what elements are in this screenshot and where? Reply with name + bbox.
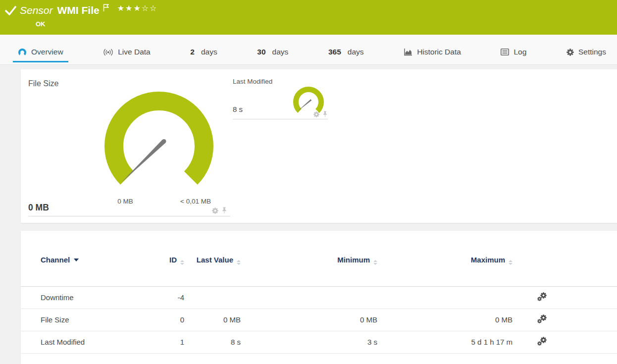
tab-historic-data[interactable]: Historic Data	[399, 43, 466, 62]
tab-2-days[interactable]: 2 days	[185, 43, 222, 62]
sort-icon	[373, 260, 377, 265]
column-header-maximum[interactable]: Maximum	[377, 256, 513, 286]
gauge-pin-icon[interactable]	[221, 207, 227, 214]
tab-overview[interactable]: Overview	[13, 43, 68, 62]
channel-name-cell[interactable]: Downtime	[21, 286, 140, 309]
channel-settings-gears-icon[interactable]	[537, 295, 547, 303]
sensor-title: WMI File	[57, 3, 100, 18]
gauge-icon	[18, 48, 27, 56]
maximum-cell: 0 MB	[377, 309, 513, 331]
sort-icon	[509, 260, 513, 265]
channel-settings-gears-icon[interactable]	[537, 339, 547, 348]
status-ok-check-icon	[5, 5, 17, 18]
minimum-cell: 0 MB	[241, 309, 377, 331]
channels-card: Channel ID Last Value Minimum Maximum Do…	[21, 231, 617, 364]
gauge-pin-icon[interactable]	[322, 111, 328, 117]
gauge-settings-gear-icon[interactable]	[212, 208, 218, 214]
table-row: Last Modified 1 8 s 3 s 5 d 1 h 17 m	[21, 331, 617, 353]
maximum-cell	[377, 286, 513, 309]
channel-id-cell: 0	[140, 309, 184, 331]
channel-settings-gears-icon[interactable]	[537, 317, 547, 325]
gauges-card: File Size 0 MB < 0,01 MB 0 MB Last Modif…	[21, 69, 617, 223]
column-header-minimum[interactable]: Minimum	[241, 256, 377, 286]
sensor-header: Sensor WMI File ★★★☆☆ OK	[0, 0, 617, 35]
maximum-cell: 5 d 1 h 17 m	[377, 331, 513, 353]
minimum-cell: 3 s	[241, 331, 377, 353]
tab-log[interactable]: Log	[496, 43, 531, 62]
gauge-max-label: < 0,01 MB	[169, 198, 222, 205]
file-size-gauge-panel: File Size 0 MB < 0,01 MB 0 MB	[28, 75, 230, 216]
minimum-cell	[241, 286, 377, 309]
last-value-cell: 0 MB	[184, 309, 241, 331]
table-header-row: Channel ID Last Value Minimum Maximum	[21, 256, 617, 286]
channel-id-cell: 1	[140, 331, 184, 353]
last-modified-gauge-panel: Last Modified 8 s	[233, 76, 328, 119]
column-header-id[interactable]: ID	[140, 256, 184, 286]
priority-stars[interactable]: ★★★☆☆	[117, 3, 158, 14]
table-row: File Size 0 0 MB 0 MB 0 MB	[21, 309, 617, 331]
file-size-gauge-title: File Size	[28, 79, 58, 88]
tab-bar: Overview Live Data 2 days 30 days 365 da…	[0, 35, 617, 65]
broadcast-icon	[103, 49, 113, 56]
tab-settings[interactable]: Settings	[562, 43, 611, 62]
file-size-current-value: 0 MB	[28, 203, 49, 213]
channel-filter-caret-icon	[74, 259, 79, 261]
tab-30-days[interactable]: 30 days	[252, 43, 293, 62]
gauge-min-label: 0 MB	[105, 198, 146, 205]
channel-id-cell: -4	[140, 286, 184, 309]
channel-name-cell[interactable]: Last Modified	[21, 331, 140, 353]
channel-table: Channel ID Last Value Minimum Maximum Do…	[21, 256, 617, 354]
column-header-channel[interactable]: Channel	[21, 256, 140, 286]
last-modified-current-value: 8 s	[233, 105, 243, 113]
tab-365-days[interactable]: 365 days	[323, 43, 369, 62]
gauge-settings-gear-icon[interactable]	[313, 111, 319, 117]
sensor-kind-label: Sensor	[20, 3, 53, 18]
column-header-actions	[513, 256, 572, 286]
sensor-status-badge: OK	[36, 20, 46, 28]
file-size-gauge	[102, 89, 216, 203]
sort-icon	[237, 260, 241, 265]
last-value-cell: 8 s	[184, 331, 241, 353]
last-value-cell	[184, 286, 241, 309]
gear-icon	[566, 49, 574, 56]
log-list-icon	[501, 49, 509, 55]
last-modified-gauge-title: Last Modified	[233, 78, 272, 85]
channel-name-cell[interactable]: File Size	[21, 309, 140, 331]
sort-icon	[180, 260, 184, 265]
tab-live-data[interactable]: Live Data	[98, 43, 155, 62]
pause-flag-icon[interactable]	[103, 4, 109, 14]
area-chart-icon	[404, 49, 412, 56]
column-header-last-value[interactable]: Last Value	[184, 256, 241, 286]
table-row: Downtime -4	[21, 286, 617, 309]
